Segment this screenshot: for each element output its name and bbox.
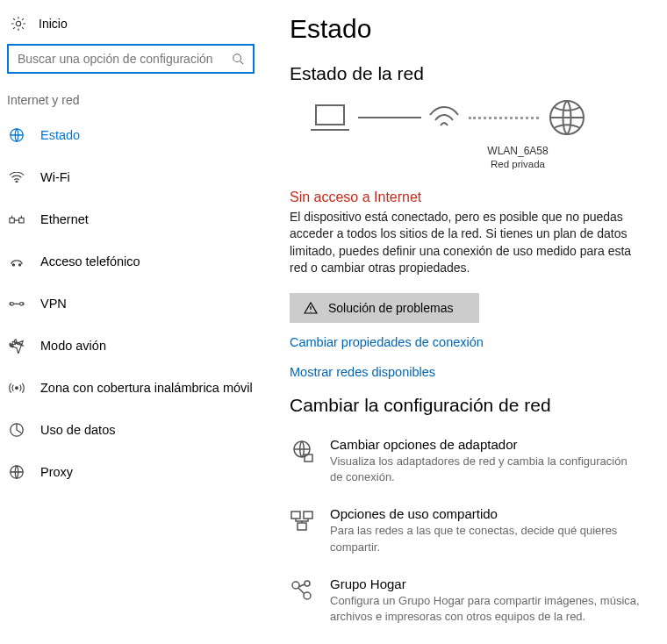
sidebar-item-label: Wi-Fi [40, 170, 70, 184]
nav-list: Estado Wi-Fi Ethernet Acceso telefónico … [7, 114, 290, 493]
connection-line-solid [358, 117, 421, 118]
search-icon [232, 53, 244, 65]
option-desc: Visualiza los adaptadores de red y cambi… [330, 454, 642, 485]
gear-icon [11, 16, 26, 32]
home-label: Inicio [39, 17, 68, 31]
sidebar-item-proxy[interactable]: Proxy [7, 451, 290, 493]
svg-rect-5 [19, 218, 24, 222]
search-input[interactable] [18, 52, 232, 66]
svg-rect-19 [298, 523, 306, 530]
home-button[interactable]: Inicio [7, 16, 290, 44]
svg-point-9 [20, 302, 24, 305]
option-title: Cambiar opciones de adaptador [330, 437, 642, 452]
svg-rect-17 [291, 512, 300, 519]
svg-point-6 [12, 264, 14, 266]
airplane-icon [9, 338, 25, 354]
option-adapter[interactable]: Cambiar opciones de adaptador Visualiza … [290, 437, 642, 485]
sidebar-item-datausage[interactable]: Uso de datos [7, 409, 290, 451]
sidebar-item-label: Ethernet [40, 212, 89, 226]
option-desc: Para las redes a las que te conectas, de… [330, 523, 642, 555]
network-name: WLAN_6A58 [393, 144, 642, 158]
svg-rect-13 [316, 105, 344, 125]
option-homegroup[interactable]: Grupo Hogar Configura un Grupo Hogar par… [290, 576, 642, 625]
globe-icon [548, 98, 586, 137]
network-diagram [309, 98, 642, 137]
ethernet-icon [9, 211, 25, 227]
link-change-connection[interactable]: Cambiar propiedades de conexión [290, 335, 642, 349]
svg-point-8 [11, 302, 14, 305]
section-change-config: Cambiar la configuración de red [290, 395, 642, 416]
option-title: Opciones de uso compartido [330, 506, 642, 521]
wifi-signal-icon [428, 104, 460, 131]
status-paragraph: El dispositivo está conectado, pero es p… [290, 209, 641, 277]
sidebar-item-wifi[interactable]: Wi-Fi [7, 156, 290, 198]
svg-point-20 [292, 582, 299, 589]
svg-point-3 [16, 181, 18, 182]
sidebar-item-airplane[interactable]: Modo avión [7, 325, 290, 367]
svg-point-21 [305, 581, 310, 586]
sidebar-item-ethernet[interactable]: Ethernet [7, 198, 290, 240]
sidebar-item-label: Modo avión [40, 339, 106, 353]
sidebar-item-estado[interactable]: Estado [7, 114, 290, 156]
hotspot-icon [9, 380, 25, 396]
connection-line-dashed [469, 117, 539, 119]
svg-point-1 [233, 54, 241, 62]
option-desc: Configura un Grupo Hogar para compartir … [330, 593, 642, 625]
laptop-icon [309, 102, 351, 133]
svg-point-10 [16, 387, 18, 390]
sidebar-item-label: VPN [40, 297, 67, 311]
option-title: Grupo Hogar [330, 576, 642, 591]
sidebar-item-label: Uso de datos [40, 423, 115, 437]
proxy-icon [9, 464, 25, 480]
section-status: Estado de la red [290, 63, 642, 84]
link-show-networks[interactable]: Mostrar redes disponibles [290, 365, 642, 379]
network-type: Red privada [393, 158, 642, 172]
sidebar-item-label: Proxy [40, 465, 73, 479]
search-input-wrap[interactable] [7, 44, 255, 74]
warning-text: Sin acceso a Internet [290, 190, 642, 205]
svg-point-0 [16, 21, 20, 25]
sidebar-item-hotspot[interactable]: Zona con cobertura inalámbrica móvil [7, 367, 290, 409]
sidebar-item-label: Zona con cobertura inalámbrica móvil [40, 381, 253, 395]
sharing-options-icon [290, 508, 314, 533]
svg-rect-18 [304, 512, 312, 519]
sidebar-item-dialup[interactable]: Acceso telefónico [7, 240, 290, 283]
section-label: Internet y red [7, 93, 290, 107]
data-usage-icon [9, 422, 25, 438]
warning-triangle-icon [304, 301, 318, 315]
page-title: Estado [290, 14, 642, 44]
sidebar-item-label: Estado [40, 128, 80, 142]
svg-point-7 [19, 264, 21, 266]
troubleshoot-button[interactable]: Solución de problemas [290, 293, 479, 323]
wifi-icon [9, 169, 25, 185]
svg-rect-4 [10, 218, 14, 222]
dialup-icon [9, 254, 25, 269]
status-icon [9, 127, 25, 143]
homegroup-icon [290, 578, 314, 603]
option-sharing[interactable]: Opciones de uso compartido Para las rede… [290, 506, 642, 555]
sidebar-item-vpn[interactable]: VPN [7, 283, 290, 325]
sidebar-item-label: Acceso telefónico [40, 254, 140, 268]
vpn-icon [9, 296, 25, 311]
network-label: WLAN_6A58 Red privada [393, 144, 642, 172]
adapter-options-icon [290, 439, 314, 463]
troubleshoot-label: Solución de problemas [328, 301, 453, 315]
